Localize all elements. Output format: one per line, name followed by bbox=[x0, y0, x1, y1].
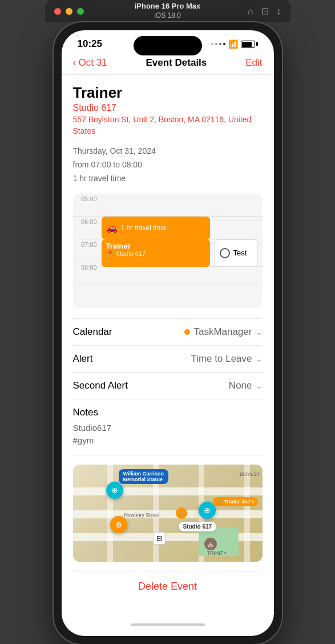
newbury-marker: 🛒 bbox=[176, 507, 187, 519]
second-alert-row[interactable]: Second Alert None ⌄ bbox=[73, 373, 263, 399]
nav-bar: ‹ Oct 31 Event Details Edit bbox=[62, 54, 274, 75]
event-studio[interactable]: Studio 617 bbox=[73, 103, 263, 113]
phone-screen: 10:25 📶 bbox=[62, 30, 274, 636]
alert-label: Alert bbox=[73, 353, 93, 365]
second-alert-name: None bbox=[229, 380, 252, 391]
calendar-label: Calendar bbox=[73, 326, 112, 338]
notes-content: Studio617#gym bbox=[73, 422, 263, 447]
home-indicator bbox=[62, 619, 274, 636]
map-label-newbury: Newbury Street bbox=[124, 512, 160, 518]
rotate-icon[interactable]: ↕ bbox=[277, 6, 281, 17]
map-label-studio: Studio 617 bbox=[179, 522, 217, 531]
trainer-event-block: Trainer 📍 Studio 617 bbox=[102, 239, 210, 267]
trainer-block-location: 📍 Studio 617 bbox=[106, 250, 205, 258]
home-icon[interactable]: ⌂ bbox=[248, 6, 253, 17]
travel-time-block: 🚗 1 hr travel time bbox=[102, 217, 210, 239]
phone-wrapper: 10:25 📶 bbox=[54, 22, 282, 644]
map-label-trinity: TRINITY bbox=[207, 550, 227, 556]
alert-row[interactable]: Alert Time to Leave ⌄ bbox=[73, 346, 263, 373]
close-dot[interactable] bbox=[54, 8, 61, 15]
back-button[interactable]: ‹ Oct 31 bbox=[73, 57, 107, 69]
map-fitness-marker: ⊕ bbox=[199, 502, 216, 519]
mac-device-title: iPhone 16 Pro Max iOS 18.0 bbox=[135, 2, 201, 20]
alert-chevron-icon: ⌄ bbox=[256, 354, 263, 363]
time-row-0500: 05:00 bbox=[73, 194, 263, 217]
test-event-block: Test bbox=[215, 239, 258, 267]
wifi-icon: 📶 bbox=[228, 39, 238, 49]
screenshot-icon[interactable]: ⊡ bbox=[261, 6, 269, 17]
back-label: Oct 31 bbox=[79, 57, 107, 69]
delete-event-button[interactable]: Delete Event bbox=[138, 581, 197, 593]
phone-frame: 10:25 📶 bbox=[54, 22, 282, 644]
map-label-garrison: William GarrisonMemorial Statue bbox=[119, 469, 168, 484]
chevron-left-icon: ‹ bbox=[73, 57, 76, 69]
map-church-marker: ⛪ bbox=[204, 538, 217, 550]
calendar-color-dot bbox=[184, 329, 190, 335]
status-time: 10:25 bbox=[78, 38, 102, 50]
event-date-time: Thursday, Oct 31, 2024 from 07:00 to 08:… bbox=[73, 145, 263, 185]
delete-section: Delete Event bbox=[73, 571, 263, 610]
home-bar bbox=[131, 623, 205, 626]
alert-name: Time to Leave bbox=[191, 353, 252, 365]
maximize-dot[interactable] bbox=[77, 8, 84, 15]
status-icons: 📶 bbox=[211, 39, 258, 49]
car-icon: 🚗 bbox=[106, 222, 118, 233]
battery-icon bbox=[241, 41, 258, 48]
trainer-block-title: Trainer bbox=[106, 242, 205, 250]
alert-value: Time to Leave ⌄ bbox=[191, 353, 262, 365]
info-section: Calendar TaskManager ⌄ Alert Time to Lea… bbox=[73, 318, 263, 399]
notes-section: Notes Studio617#gym bbox=[73, 399, 263, 455]
test-event-label: Test bbox=[233, 249, 247, 257]
map-orange-marker: ⊕ bbox=[110, 516, 127, 533]
map-blue-marker: ⊕ bbox=[106, 482, 123, 499]
time-label-0700: 07:00 bbox=[73, 239, 102, 248]
time-label-0800: 08:00 bbox=[73, 262, 102, 271]
second-alert-value: None ⌄ bbox=[229, 380, 263, 391]
calendar-value: TaskManager ⌄ bbox=[184, 326, 262, 338]
edit-button[interactable]: Edit bbox=[245, 57, 262, 69]
mac-window-bar: iPhone 16 Pro Max iOS 18.0 ⌂ ⊡ ↕ bbox=[45, 0, 290, 22]
minimize-dot[interactable] bbox=[66, 8, 72, 15]
map-section[interactable]: William GarrisonMemorial Statue ⊕ Newbur… bbox=[73, 465, 263, 562]
test-event-circle bbox=[220, 248, 230, 258]
status-bar: 10:25 📶 bbox=[62, 30, 274, 54]
timeline-chart: 05:00 06:00 07:00 08:00 bbox=[73, 194, 263, 308]
event-content: Trainer Studio 617 557 Boylston St, Unit… bbox=[62, 75, 274, 619]
second-alert-label: Second Alert bbox=[73, 380, 128, 391]
event-address[interactable]: 557 Boylston St, Unit 2, Boston, MA 0211… bbox=[73, 114, 263, 137]
dynamic-island bbox=[134, 36, 202, 55]
map-background: William GarrisonMemorial Statue ⊕ Newbur… bbox=[73, 465, 263, 562]
event-title: Trainer bbox=[73, 84, 263, 102]
travel-block-label: 1 hr travel time bbox=[121, 224, 166, 232]
map-label-boylst: BOYLST bbox=[240, 471, 260, 477]
map-square-marker: ⊟ bbox=[153, 532, 166, 545]
map-label-traders: 🛒 Trader Joe's bbox=[213, 497, 257, 506]
notes-label: Notes bbox=[73, 407, 263, 418]
event-travel-time: 1 hr travel time bbox=[73, 172, 263, 186]
mac-toolbar-icons: ⌂ ⊡ ↕ bbox=[248, 6, 281, 17]
signal-dots bbox=[211, 43, 225, 45]
calendar-name: TaskManager bbox=[193, 326, 252, 338]
nav-title: Event Details bbox=[146, 57, 207, 69]
event-time-range: from 07:00 to 08:00 bbox=[73, 158, 263, 172]
second-alert-chevron-icon: ⌄ bbox=[256, 381, 263, 390]
time-label-0600: 06:00 bbox=[73, 217, 102, 225]
event-date: Thursday, Oct 31, 2024 bbox=[73, 145, 263, 158]
time-label-0500: 05:00 bbox=[73, 194, 102, 202]
calendar-row[interactable]: Calendar TaskManager ⌄ bbox=[73, 319, 263, 346]
chevron-down-icon: ⌄ bbox=[256, 327, 263, 337]
